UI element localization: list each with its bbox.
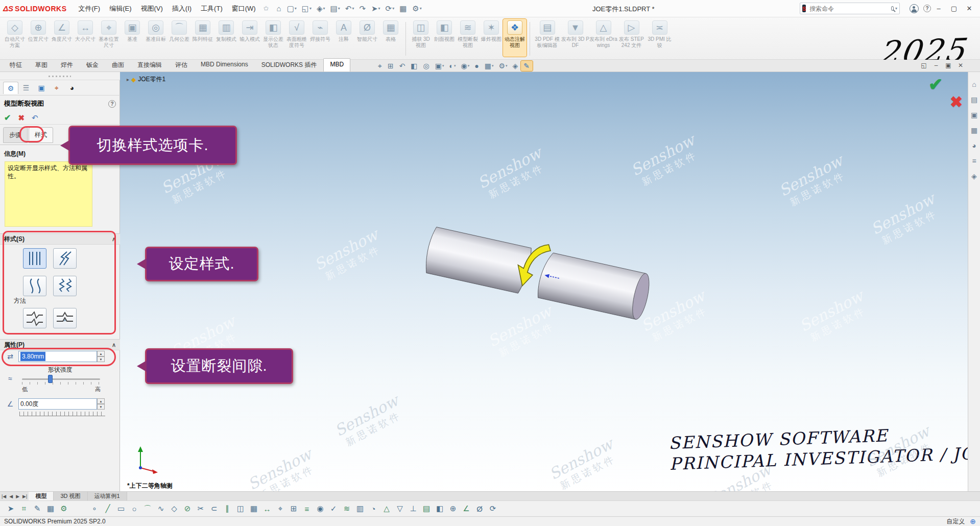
print-icon[interactable]: ▤▾	[328, 2, 343, 15]
style-straight-cut-button[interactable]	[23, 248, 46, 269]
ribbon-button[interactable]: ≍ 3D PMI 比较	[646, 19, 674, 57]
globe-icon[interactable]: ⊕	[970, 517, 976, 525]
redo-icon[interactable]: ↷	[356, 2, 369, 15]
user-account-icon[interactable]	[910, 4, 919, 13]
menu-item[interactable]: 视图(V)	[136, 1, 167, 16]
command-tab[interactable]: MBD Dimensions	[194, 58, 255, 71]
restore-doc-icon[interactable]: ◱	[918, 61, 930, 70]
mirror-entities-icon[interactable]: ◫	[234, 503, 247, 515]
diameter-tool-icon[interactable]: Ø	[473, 503, 486, 515]
ribbon-button[interactable]: √ 表面粗糙度符号	[285, 19, 308, 57]
tab-scroll-icon[interactable]: ◀	[8, 494, 14, 499]
ribbon-button[interactable]: ⌁ 焊接符号	[308, 19, 332, 57]
new-document-icon[interactable]: ▢▾	[284, 2, 299, 15]
tab-scroll-icon[interactable]: ▶	[14, 494, 21, 499]
command-tab[interactable]: 曲面	[105, 58, 131, 71]
document-tab[interactable]: 运动算例1	[88, 492, 127, 500]
ribbon-button[interactable]: ✶ 爆炸视图	[480, 19, 503, 57]
section-view-icon[interactable]: ◧	[408, 61, 420, 71]
display-style-icon[interactable]: ◐▾	[447, 61, 459, 71]
collapse-icon[interactable]: ∧	[112, 236, 116, 243]
menu-item[interactable]: 插入(I)	[168, 1, 196, 16]
point-tool-icon[interactable]: ∘	[88, 503, 101, 515]
ribbon-button[interactable]: ⇥ 输入模式	[238, 19, 261, 57]
check-icon[interactable]: ✓	[327, 503, 340, 515]
pm-ok-button[interactable]: ✔	[4, 113, 11, 123]
select-icon[interactable]: ➤▾	[369, 2, 383, 15]
move-entities-icon[interactable]: ↔	[260, 503, 274, 515]
ribbon-button[interactable]: ⊕ 位置尺寸	[27, 19, 50, 57]
ribbon-button[interactable]: ▥ 复制模式	[214, 19, 238, 57]
document-tab[interactable]: 3D 视图	[54, 492, 87, 500]
close-doc-icon[interactable]: ✕	[954, 61, 967, 70]
render-tools-icon[interactable]: ◈	[510, 61, 521, 71]
slider-handle[interactable]	[48, 375, 53, 383]
style-jagged-cut-button[interactable]	[53, 276, 77, 296]
ribbon-button[interactable]: ❖ 动态注解视图	[503, 19, 527, 57]
undo-icon[interactable]: ↶▾	[343, 2, 357, 15]
offset-entities-icon[interactable]: ∥	[221, 503, 234, 515]
property-manager-tab[interactable]: ⚙	[3, 82, 18, 94]
command-tab[interactable]: 草图	[29, 58, 54, 71]
style-s-curve-cut-button[interactable]	[23, 276, 46, 296]
command-tab[interactable]: MBD	[323, 58, 350, 71]
sensor-icon[interactable]: ◉	[314, 503, 327, 515]
gap-size-spinner[interactable]: ▲▼	[97, 351, 105, 362]
trim-tool-icon[interactable]: ✂	[194, 503, 207, 515]
polygon-tool-icon[interactable]: ◇	[168, 503, 181, 515]
command-tab[interactable]: 评估	[169, 58, 194, 71]
command-tab[interactable]: SOLIDWORKS 插件	[255, 58, 324, 71]
save-icon[interactable]: ◈▾	[314, 2, 328, 15]
method-planar-button[interactable]	[53, 308, 77, 328]
document-tab[interactable]: 模型	[29, 492, 54, 500]
home-icon[interactable]: ⌂	[274, 2, 284, 15]
display-manager-tab[interactable]: ◕	[64, 82, 80, 94]
convert-entities-icon[interactable]: ⊂	[207, 503, 221, 515]
dynamic-annotation-view-toggle-icon[interactable]: ✎	[521, 61, 533, 71]
shape-strength-slider[interactable]	[22, 378, 100, 380]
compare-icon[interactable]: ◧	[433, 503, 446, 515]
view-settings-icon[interactable]: ⚙▾	[496, 61, 510, 71]
break-angle-spinner[interactable]: ▲▼	[97, 398, 105, 410]
pm-help-icon[interactable]: ?	[108, 100, 116, 108]
ribbon-button[interactable]: ≋ 模型断裂视图	[456, 19, 480, 57]
pm-tab-button[interactable]: 样式	[29, 127, 53, 143]
file-explorer-icon[interactable]: ▣	[969, 109, 979, 121]
view-shortcut-icon[interactable]: ▦	[44, 503, 57, 515]
ribbon-button[interactable]: ▷ 发布 STEP 242 文件	[617, 19, 646, 57]
custom-properties-icon[interactable]: ≡	[969, 155, 979, 167]
annotation-visibility-icon[interactable]: ◎	[421, 61, 433, 71]
menu-item[interactable]: 工具(T)	[196, 1, 227, 16]
ribbon-button[interactable]: ▤ 3D PDF 模板编辑器	[533, 19, 561, 57]
feature-manager-tab[interactable]: ☰	[18, 82, 34, 94]
ribbon-button[interactable]: ⌒ 几何公差	[168, 19, 191, 57]
menu-item[interactable]: 窗口(W)	[227, 1, 260, 16]
ribbon-button[interactable]: ↔ 大小尺寸	[74, 19, 97, 57]
resources-icon[interactable]: ⌂	[969, 78, 979, 90]
menu-item[interactable]: 文件(F)	[74, 1, 105, 16]
zoom-to-fit-icon[interactable]: ⌖	[375, 61, 385, 71]
macro-icon[interactable]: ⚙	[57, 503, 70, 515]
style-section-header[interactable]: 样式(S) ∧	[0, 233, 120, 245]
command-tab[interactable]: 直接编辑	[131, 58, 169, 71]
confirmation-ok-icon[interactable]: ✔	[928, 74, 943, 94]
deviation-analysis-icon[interactable]: ≋	[340, 503, 353, 515]
configuration-manager-tab[interactable]: ▣	[34, 82, 49, 94]
tab-scroll-icon[interactable]: |◀	[0, 494, 8, 499]
forum-icon[interactable]: ◈	[969, 170, 979, 182]
angle-tool-icon[interactable]: ∠	[460, 503, 473, 515]
spin-down-icon[interactable]: ▼	[97, 356, 105, 362]
file-properties-icon[interactable]: ▦	[397, 2, 410, 15]
thickness-analysis-icon[interactable]: ▤	[420, 503, 433, 515]
gap-size-field[interactable]: 3.80mm	[18, 351, 97, 362]
ribbon-button[interactable]: ▦ 阵列特征	[191, 19, 214, 57]
update-icon[interactable]: ⟳	[486, 503, 499, 515]
properties-section-header[interactable]: 属性(P) ∧	[0, 339, 120, 350]
pm-cancel-button[interactable]: ✖	[18, 113, 25, 123]
insert-icon[interactable]: ⊕	[446, 503, 460, 515]
grid-snap-icon[interactable]: ⌗	[17, 503, 31, 515]
search-icon[interactable]	[891, 6, 894, 11]
slot-tool-icon[interactable]: ⊘	[181, 503, 194, 515]
tab-scroll-icon[interactable]: ▶|	[21, 494, 29, 499]
rebuild-icon[interactable]: ⟳▾	[383, 2, 397, 15]
